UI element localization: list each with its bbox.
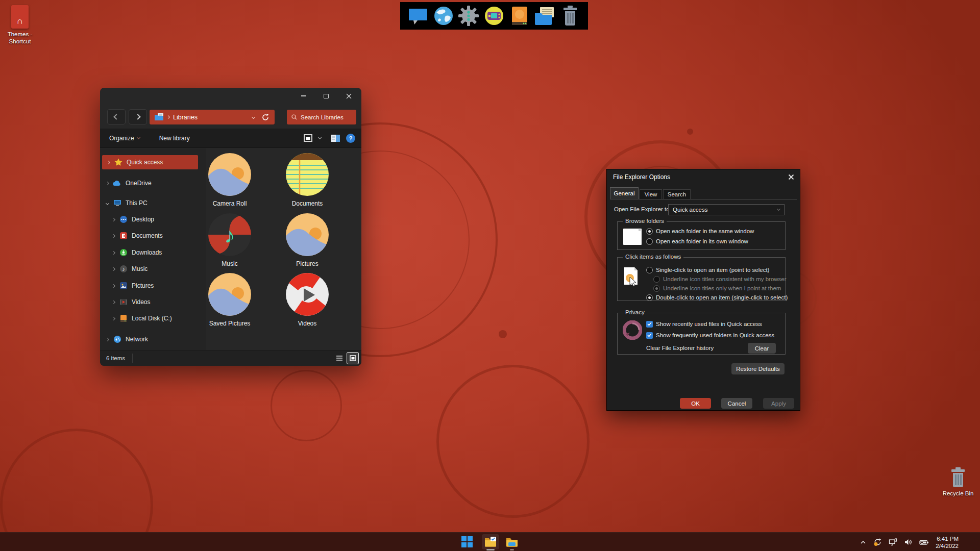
back-button[interactable]: [107, 109, 126, 124]
sidebar-item-quick-access[interactable]: Quick access: [102, 155, 198, 169]
refresh-icon[interactable]: [261, 113, 270, 121]
folder-icon: [155, 113, 163, 121]
display-icon[interactable]: [407, 5, 429, 27]
expand-chevron-icon[interactable]: [106, 181, 109, 185]
close-button[interactable]: [337, 88, 360, 104]
tab-view[interactable]: View: [640, 189, 662, 199]
file-tile-videos[interactable]: Videos: [272, 273, 343, 327]
address-bar[interactable]: Libraries: [150, 110, 275, 124]
view-mode-icon[interactable]: [304, 134, 312, 142]
files-view: Camera Roll Documents ♪ Music Pictures: [206, 148, 361, 350]
search-icon: [291, 114, 297, 120]
recycle-bin-shortcut[interactable]: Recycle Bin: [939, 467, 977, 497]
sidebar-item-music[interactable]: ♪ Music: [100, 262, 206, 276]
checkbox-recent-files[interactable]: Show recently used files in Quick access: [646, 320, 762, 328]
expand-chevron-icon[interactable]: [112, 234, 115, 237]
file-label: Pictures: [272, 260, 343, 267]
collapse-chevron-icon[interactable]: [106, 201, 109, 205]
hard-drive-icon[interactable]: [508, 5, 531, 27]
expand-chevron-icon[interactable]: [112, 267, 115, 270]
expand-chevron-icon[interactable]: [112, 316, 115, 320]
top-dock: [400, 2, 588, 30]
thumbnail-view-button[interactable]: [347, 353, 358, 364]
landscape-icon: [208, 153, 251, 196]
click-items-group: Click items as follows Single-click to o…: [617, 257, 786, 301]
view-dropdown-icon[interactable]: [318, 135, 322, 139]
sidebar-item-downloads[interactable]: Downloads: [100, 245, 206, 260]
preview-pane-icon[interactable]: [331, 135, 340, 142]
tab-search[interactable]: Search: [663, 189, 691, 199]
radio-double-click[interactable]: Double-click to open an item (single-cli…: [646, 293, 788, 302]
browse-folders-group: Browse folders Open each folder in the s…: [617, 221, 786, 250]
open-to-dropdown[interactable]: Quick access: [668, 204, 785, 215]
sidebar-item-local-disk[interactable]: Local Disk (C:): [100, 311, 206, 325]
file-tile-documents[interactable]: Documents: [272, 153, 343, 207]
help-icon[interactable]: ?: [346, 134, 355, 143]
file-tile-music[interactable]: ♪ Music: [194, 213, 265, 267]
ok-button[interactable]: OK: [680, 398, 711, 409]
documents-folder-icon[interactable]: [533, 5, 556, 27]
notepad-icon: [286, 153, 329, 196]
items-count: 6 items: [106, 355, 125, 361]
tray-battery-icon[interactable]: [919, 539, 929, 546]
address-dropdown-icon[interactable]: [252, 115, 255, 119]
trash-icon[interactable]: [559, 5, 581, 27]
dialog-title: File Explorer Options: [613, 173, 670, 181]
forward-button[interactable]: [129, 109, 147, 124]
maximize-button[interactable]: [315, 88, 337, 104]
tray-display-connect-icon[interactable]: [889, 538, 897, 546]
expand-chevron-icon[interactable]: [112, 217, 115, 221]
navigation-bar: Libraries: [100, 105, 361, 129]
tray-chevron-up-icon[interactable]: [860, 539, 867, 546]
cancel-button[interactable]: Cancel: [721, 398, 752, 409]
organize-menu[interactable]: Organize: [109, 135, 140, 142]
expand-chevron-icon[interactable]: [106, 337, 109, 341]
sidebar-item-label: Quick access: [127, 159, 163, 166]
file-tile-camera-roll[interactable]: Camera Roll: [194, 153, 265, 207]
taskbar-file-explorer[interactable]: [503, 534, 521, 549]
minimize-button[interactable]: [292, 88, 315, 104]
running-indicator: [510, 549, 514, 550]
search-box[interactable]: [287, 110, 356, 124]
expand-chevron-icon[interactable]: [107, 160, 110, 164]
sidebar-item-label: This PC: [126, 199, 148, 207]
dialog-close-icon[interactable]: [788, 174, 794, 180]
globe-icon[interactable]: [432, 5, 455, 27]
expand-chevron-icon[interactable]: [112, 284, 115, 287]
list-view-button[interactable]: [334, 353, 345, 364]
document-icon: [119, 232, 128, 240]
restore-defaults-button[interactable]: Restore Defaults: [731, 363, 785, 374]
clear-button[interactable]: Clear: [748, 343, 776, 354]
sidebar-item-desktop[interactable]: Desktop: [100, 212, 206, 227]
taskbar-clock[interactable]: 6:41 PM 2/4/2022: [936, 535, 959, 549]
game-console-icon[interactable]: [483, 5, 505, 27]
radio-single-click[interactable]: Single-click to open an item (point to s…: [646, 266, 769, 274]
desktop-shortcut-themes[interactable]: ∩ Themes - Shortcut: [4, 5, 36, 45]
radio-icon: [646, 294, 653, 301]
checkbox-frequent-folders[interactable]: Show frequently used folders in Quick ac…: [646, 331, 774, 339]
taskbar-file-explorer-options[interactable]: [482, 534, 499, 549]
sidebar-item-documents[interactable]: Documents: [100, 229, 206, 243]
radio-same-window[interactable]: Open each folder in the same window: [646, 227, 754, 235]
tray-volume-icon[interactable]: [904, 538, 913, 546]
radio-own-window[interactable]: Open each folder in its own window: [646, 237, 748, 245]
start-button[interactable]: [458, 534, 476, 549]
tab-general[interactable]: General: [610, 187, 639, 199]
tray-sync-icon[interactable]: [873, 538, 882, 546]
sidebar-item-label: OneDrive: [126, 180, 152, 187]
radio-icon: [646, 267, 653, 273]
search-input[interactable]: [301, 114, 352, 120]
expand-chevron-icon[interactable]: [112, 251, 115, 254]
svg-text:♪: ♪: [122, 266, 125, 272]
expand-chevron-icon[interactable]: [112, 300, 115, 304]
sidebar-item-this-pc[interactable]: This PC: [100, 196, 206, 210]
sidebar-item-onedrive[interactable]: OneDrive: [100, 176, 206, 190]
file-tile-saved-pictures[interactable]: Saved Pictures: [194, 273, 265, 327]
sidebar-item-videos[interactable]: Videos: [100, 295, 206, 309]
file-tile-pictures[interactable]: Pictures: [272, 213, 343, 267]
settings-gear-icon[interactable]: [457, 5, 480, 27]
sidebar-item-pictures[interactable]: Pictures: [100, 279, 206, 293]
video-swirl-icon: [286, 273, 329, 316]
new-library-button[interactable]: New library: [159, 135, 190, 142]
sidebar-item-network[interactable]: Network: [100, 332, 206, 346]
